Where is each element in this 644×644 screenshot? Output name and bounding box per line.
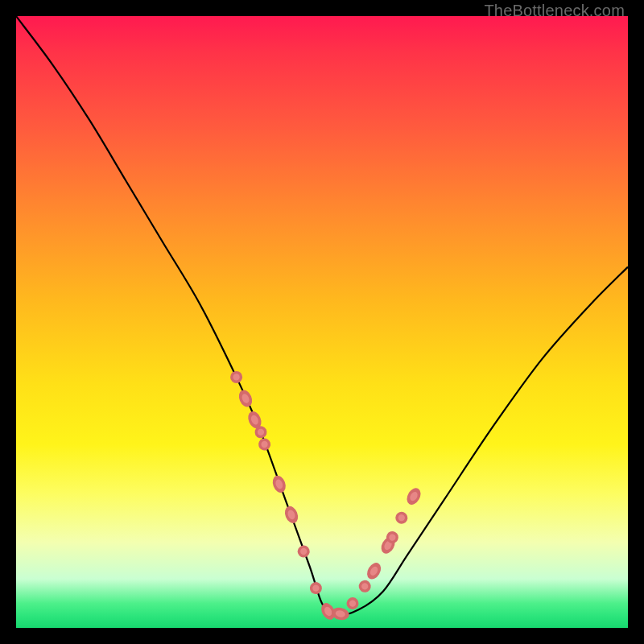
svg-point-1: [233, 374, 239, 380]
curve-marker: [308, 580, 324, 596]
attribution-text: TheBottleneck.com: [484, 2, 625, 20]
curve-marker: [257, 437, 272, 452]
bottleneck-curve: [16, 16, 628, 616]
curve-marker: [404, 485, 423, 507]
chart-frame: [16, 16, 628, 628]
curve-marker: [230, 371, 242, 383]
curve-marker: [237, 388, 254, 409]
curve-marker: [283, 504, 300, 525]
plot-area: [16, 16, 628, 628]
curve-svg: [16, 16, 628, 628]
curve-marker: [365, 560, 384, 582]
curve-marker: [296, 544, 312, 559]
curve-marker: [357, 578, 374, 595]
curve-marker: [394, 510, 410, 526]
curve-marker: [270, 473, 288, 494]
curve-marker: [331, 606, 351, 621]
